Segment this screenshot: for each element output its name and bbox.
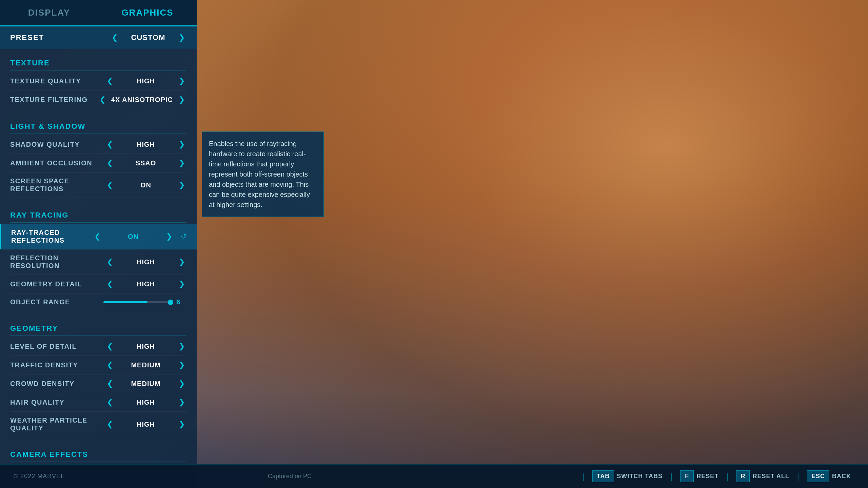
shadow-quality-row: SHADOW QUALITY ❮ HIGH ❯ xyxy=(10,135,186,154)
crowd-density-right[interactable]: ❯ xyxy=(177,379,186,388)
object-range-row: OBJECT RANGE 6 xyxy=(10,293,186,311)
ray-traced-value: ON xyxy=(106,233,160,241)
crowd-density-row: CROWD DENSITY ❮ MEDIUM ❯ xyxy=(10,374,186,393)
r-key-badge: R xyxy=(736,470,750,482)
hair-quality-controls: ❮ HIGH ❯ xyxy=(105,398,186,407)
object-range-thumb[interactable] xyxy=(168,300,173,305)
traffic-density-left[interactable]: ❮ xyxy=(105,361,115,369)
preset-row: PRESET ❮ CUSTOM ❯ xyxy=(0,26,197,49)
shadow-quality-controls: ❮ HIGH ❯ xyxy=(105,140,186,149)
traffic-density-right[interactable]: ❯ xyxy=(177,361,186,369)
level-of-detail-label: LEVEL OF DETAIL xyxy=(10,343,105,350)
capture-text: Captured on PC xyxy=(268,473,312,480)
ambient-occlusion-left[interactable]: ❮ xyxy=(105,159,115,167)
texture-filtering-label: TEXTURE FILTERING xyxy=(10,96,98,104)
texture-filtering-right[interactable]: ❯ xyxy=(177,95,186,104)
hair-quality-label: HAIR QUALITY xyxy=(10,399,105,406)
hair-quality-left[interactable]: ❮ xyxy=(105,398,115,407)
texture-quality-right[interactable]: ❯ xyxy=(177,77,186,85)
weather-particle-right[interactable]: ❯ xyxy=(177,420,186,429)
ray-traced-reset[interactable]: ↺ xyxy=(181,232,186,241)
tooltip-text: Enables the use of raytracing hardware t… xyxy=(209,139,317,210)
crowd-density-controls: ❮ MEDIUM ❯ xyxy=(105,379,186,388)
shadow-quality-right[interactable]: ❯ xyxy=(177,140,186,149)
setting-tooltip: Enables the use of raytracing hardware t… xyxy=(202,131,324,217)
geometry-detail-right[interactable]: ❯ xyxy=(177,280,186,288)
texture-filtering-row: TEXTURE FILTERING ❮ 4X ANISOTROPIC ❯ xyxy=(10,90,186,109)
reflection-resolution-right[interactable]: ❯ xyxy=(177,258,186,266)
ray-traced-reflections-row[interactable]: RAY-TRACED REFLECTIONS ❮ ON ❯ ↺ xyxy=(0,224,197,249)
settings-panel: DISPLAY GRAPHICS PRESET ❮ CUSTOM ❯ TEXTU… xyxy=(0,0,197,488)
ambient-occlusion-row: AMBIENT OCCLUSION ❮ SSAO ❯ xyxy=(10,154,186,172)
f-key-label: RESET xyxy=(696,473,718,480)
preset-label: PRESET xyxy=(10,33,110,42)
traffic-density-label: TRAFFIC DENSITY xyxy=(10,361,105,369)
texture-section-title: TEXTURE xyxy=(10,55,186,70)
ray-traced-reflections-label: RAY-TRACED REFLECTIONS xyxy=(11,229,93,244)
reflection-resolution-left[interactable]: ❮ xyxy=(105,258,115,266)
preset-value: CUSTOM xyxy=(124,33,172,42)
crowd-density-label: CROWD DENSITY xyxy=(10,380,105,388)
level-of-detail-controls: ❮ HIGH ❯ xyxy=(105,342,186,351)
object-range-track[interactable] xyxy=(103,301,171,303)
bottom-controls: | TAB SWITCH TABS | F RESET | R RESET AL… xyxy=(580,470,854,482)
weather-particle-controls: ❮ HIGH ❯ xyxy=(105,420,186,429)
ray-tracing-section: RAY TRACING RAY-TRACED REFLECTIONS ❮ ON … xyxy=(0,201,197,314)
object-range-label: OBJECT RANGE xyxy=(10,298,98,306)
reflection-resolution-value: HIGH xyxy=(119,258,173,266)
traffic-density-row: TRAFFIC DENSITY ❮ MEDIUM ❯ xyxy=(10,356,186,374)
screen-space-value: ON xyxy=(119,181,173,189)
preset-right-arrow[interactable]: ❯ xyxy=(177,33,186,42)
object-range-slider-container: 6 xyxy=(98,298,186,306)
level-of-detail-row: LEVEL OF DETAIL ❮ HIGH ❯ xyxy=(10,337,186,356)
tab-hint: TAB SWITCH TABS xyxy=(592,470,663,482)
object-range-fill xyxy=(103,301,147,303)
bottom-bar: © 2022 MARVEL Captured on PC | TAB SWITC… xyxy=(0,464,868,488)
preset-left-arrow[interactable]: ❮ xyxy=(110,33,119,42)
traffic-density-controls: ❮ MEDIUM ❯ xyxy=(105,361,186,369)
crowd-density-left[interactable]: ❮ xyxy=(105,379,115,388)
reflection-resolution-controls: ❮ HIGH ❯ xyxy=(105,258,186,266)
screen-space-reflections-label: SCREEN SPACE REFLECTIONS xyxy=(10,177,105,193)
tab-header: DISPLAY GRAPHICS xyxy=(0,0,197,26)
settings-content[interactable]: TEXTURE TEXTURE QUALITY ❮ HIGH ❯ TEXTURE… xyxy=(0,49,197,488)
tab-key-badge: TAB xyxy=(592,470,614,482)
hair-quality-row: HAIR QUALITY ❮ HIGH ❯ xyxy=(10,393,186,412)
camera-effects-section: CAMERA EFFECTS xyxy=(0,441,197,467)
texture-filtering-left[interactable]: ❮ xyxy=(98,95,107,104)
ambient-occlusion-right[interactable]: ❯ xyxy=(177,159,186,167)
tab-graphics[interactable]: GRAPHICS xyxy=(98,0,197,26)
level-of-detail-left[interactable]: ❮ xyxy=(105,342,115,351)
geometry-section: GEOMETRY LEVEL OF DETAIL ❮ HIGH ❯ TRAFFI… xyxy=(0,314,197,441)
texture-quality-controls: ❮ HIGH ❯ xyxy=(105,77,186,85)
hair-quality-right[interactable]: ❯ xyxy=(177,398,186,407)
ambient-occlusion-controls: ❮ SSAO ❯ xyxy=(105,159,186,167)
screen-space-reflections-controls: ❮ ON ❯ xyxy=(105,181,186,189)
weather-particle-label: WEATHER PARTICLE QUALITY xyxy=(10,416,105,432)
shadow-quality-left[interactable]: ❮ xyxy=(105,140,115,149)
geometry-detail-left[interactable]: ❮ xyxy=(105,280,115,288)
copyright-text: © 2022 MARVEL xyxy=(14,473,64,480)
ray-traced-reflections-controls: ❮ ON ❯ ↺ xyxy=(93,232,186,241)
texture-quality-label: TEXTURE QUALITY xyxy=(10,77,105,85)
shadow-quality-label: SHADOW QUALITY xyxy=(10,141,105,148)
ambient-occlusion-label: AMBIENT OCCLUSION xyxy=(10,159,105,167)
screen-space-left[interactable]: ❮ xyxy=(105,181,115,189)
ray-traced-left[interactable]: ❮ xyxy=(93,232,102,241)
geometry-detail-row: GEOMETRY DETAIL ❮ HIGH ❯ xyxy=(10,275,186,293)
light-shadow-section: LIGHT & SHADOW SHADOW QUALITY ❮ HIGH ❯ A… xyxy=(0,113,197,201)
geometry-detail-label: GEOMETRY DETAIL xyxy=(10,280,105,288)
texture-quality-left[interactable]: ❮ xyxy=(105,77,115,85)
texture-section: TEXTURE TEXTURE QUALITY ❮ HIGH ❯ TEXTURE… xyxy=(0,49,197,113)
tab-key-label: SWITCH TABS xyxy=(617,473,663,480)
ray-traced-right[interactable]: ❯ xyxy=(164,232,174,241)
screen-space-right[interactable]: ❯ xyxy=(177,181,186,189)
crowd-density-value: MEDIUM xyxy=(119,380,173,388)
geometry-section-title: GEOMETRY xyxy=(10,321,186,336)
weather-particle-left[interactable]: ❮ xyxy=(105,420,115,429)
texture-quality-row: TEXTURE QUALITY ❮ HIGH ❯ xyxy=(10,72,186,90)
traffic-density-value: MEDIUM xyxy=(119,361,173,369)
separator-2: | xyxy=(670,472,672,481)
level-of-detail-right[interactable]: ❯ xyxy=(177,342,186,351)
tab-display[interactable]: DISPLAY xyxy=(0,0,98,25)
